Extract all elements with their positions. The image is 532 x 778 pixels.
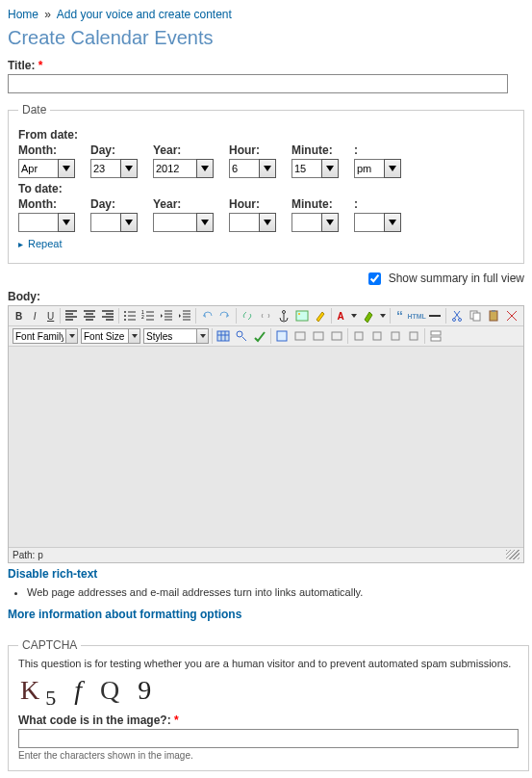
dropdown-icon[interactable] bbox=[196, 159, 214, 178]
redo-button[interactable] bbox=[217, 308, 233, 324]
title-input[interactable] bbox=[8, 74, 508, 93]
cut-button[interactable] bbox=[449, 308, 465, 324]
underline-button[interactable]: U bbox=[44, 308, 57, 324]
to-month-select[interactable] bbox=[18, 213, 59, 232]
to-day-select[interactable] bbox=[90, 213, 121, 232]
repeat-toggle[interactable]: ▸ Repeat bbox=[18, 238, 514, 249]
to-year-select[interactable] bbox=[153, 213, 197, 232]
dropdown-icon[interactable] bbox=[350, 308, 358, 324]
char-button[interactable] bbox=[311, 328, 326, 344]
dropdown-icon[interactable] bbox=[259, 159, 276, 178]
dropdown-icon[interactable] bbox=[321, 159, 339, 178]
dropdown-icon[interactable] bbox=[384, 213, 401, 232]
layer-forward-button[interactable] bbox=[369, 328, 385, 344]
dropdown-icon[interactable] bbox=[379, 308, 387, 324]
from-year-select[interactable] bbox=[153, 159, 197, 178]
dropdown-icon[interactable] bbox=[58, 159, 75, 178]
from-year-label: Year: bbox=[153, 143, 214, 157]
remove-format-button[interactable] bbox=[504, 308, 519, 324]
captcha-input[interactable] bbox=[18, 729, 519, 748]
show-summary-label: Show summary in full view bbox=[389, 272, 524, 285]
font-size-select[interactable] bbox=[81, 328, 129, 344]
captcha-hint: Enter the characters shown in the image. bbox=[18, 750, 519, 761]
unlink-button[interactable] bbox=[258, 308, 273, 324]
dropdown-icon[interactable] bbox=[120, 159, 138, 178]
to-minute-select[interactable] bbox=[291, 213, 322, 232]
dropdown-icon[interactable] bbox=[384, 159, 401, 178]
link-button[interactable] bbox=[240, 308, 255, 324]
layer-back-button[interactable] bbox=[388, 328, 403, 344]
captcha-image: K5 f Q 9 bbox=[20, 675, 519, 706]
breadcrumb-home[interactable]: Home bbox=[8, 8, 38, 21]
svg-point-2 bbox=[124, 319, 126, 321]
spellcheck-button[interactable] bbox=[252, 328, 267, 344]
outdent-button[interactable] bbox=[159, 308, 174, 324]
from-day-select[interactable] bbox=[90, 159, 121, 178]
from-hour-select[interactable] bbox=[229, 159, 260, 178]
align-left-button[interactable] bbox=[63, 308, 79, 324]
styles-select[interactable] bbox=[143, 328, 197, 344]
media-button[interactable] bbox=[292, 328, 308, 344]
svg-point-8 bbox=[452, 319, 455, 322]
forecolor-button[interactable]: A bbox=[334, 308, 346, 324]
backcolor-button[interactable] bbox=[361, 308, 376, 324]
bold-button[interactable]: B bbox=[13, 308, 25, 324]
hr-button[interactable] bbox=[427, 308, 443, 324]
svg-point-9 bbox=[458, 319, 461, 322]
svg-rect-20 bbox=[355, 332, 363, 340]
undo-button[interactable] bbox=[199, 308, 215, 324]
dropdown-icon[interactable] bbox=[66, 328, 78, 344]
breadcrumb-current[interactable]: Add your voice and create content bbox=[57, 8, 232, 21]
disable-rich-text-link[interactable]: Disable rich-text bbox=[8, 567, 97, 581]
cleanup-button[interactable] bbox=[313, 308, 328, 324]
toolbar-separator bbox=[118, 308, 119, 324]
to-hour-select[interactable] bbox=[229, 213, 260, 232]
image-button[interactable] bbox=[294, 308, 310, 324]
repeat-link[interactable]: Repeat bbox=[28, 238, 62, 249]
abs-button[interactable] bbox=[406, 328, 421, 344]
dropdown-icon[interactable] bbox=[321, 213, 339, 232]
toolbar-separator bbox=[331, 308, 332, 324]
dropdown-icon[interactable] bbox=[259, 213, 276, 232]
layer-button[interactable] bbox=[351, 328, 367, 344]
from-ampm-select[interactable] bbox=[354, 159, 385, 178]
captcha-char: Q bbox=[100, 675, 125, 705]
html-button[interactable]: HTML bbox=[409, 308, 424, 324]
formatting-options-link[interactable]: More information about formatting option… bbox=[8, 608, 241, 621]
dropdown-icon[interactable] bbox=[58, 213, 75, 232]
to-ampm-label: : bbox=[354, 197, 401, 211]
editor-content-area[interactable] bbox=[9, 347, 523, 547]
blockquote-button[interactable]: “ bbox=[393, 308, 406, 324]
emotions-button[interactable] bbox=[329, 328, 344, 344]
required-indicator: * bbox=[38, 59, 43, 72]
hint-autolink: Web page addresses and e-mail addresses … bbox=[27, 586, 524, 598]
fullscreen-button[interactable] bbox=[274, 328, 290, 344]
bullet-list-button[interactable] bbox=[122, 308, 138, 324]
find-button[interactable] bbox=[234, 328, 249, 344]
path-label: Path: bbox=[13, 550, 35, 560]
dropdown-icon[interactable] bbox=[197, 328, 209, 344]
show-summary-checkbox[interactable] bbox=[368, 272, 381, 285]
align-right-button[interactable] bbox=[100, 308, 115, 324]
split-button[interactable] bbox=[428, 328, 443, 344]
font-family-select[interactable] bbox=[13, 328, 66, 344]
table-button[interactable] bbox=[215, 328, 231, 344]
captcha-legend: CAPTCHA bbox=[18, 638, 81, 652]
from-day-label: Day: bbox=[90, 143, 138, 157]
align-center-button[interactable] bbox=[82, 308, 97, 324]
resize-handle-icon[interactable] bbox=[506, 550, 519, 559]
paste-button[interactable] bbox=[486, 308, 501, 324]
italic-button[interactable]: I bbox=[28, 308, 40, 324]
number-list-button[interactable]: 12 bbox=[140, 308, 156, 324]
dropdown-icon[interactable] bbox=[129, 328, 140, 344]
indent-button[interactable] bbox=[177, 308, 192, 324]
svg-rect-13 bbox=[492, 310, 495, 312]
dropdown-icon[interactable] bbox=[120, 213, 138, 232]
copy-button[interactable] bbox=[468, 308, 483, 324]
from-month-select[interactable] bbox=[18, 159, 59, 178]
dropdown-icon[interactable] bbox=[196, 213, 214, 232]
anchor-button[interactable] bbox=[276, 308, 291, 324]
from-minute-select[interactable] bbox=[291, 159, 322, 178]
to-ampm-select[interactable] bbox=[354, 213, 385, 232]
toolbar-separator bbox=[424, 328, 425, 344]
